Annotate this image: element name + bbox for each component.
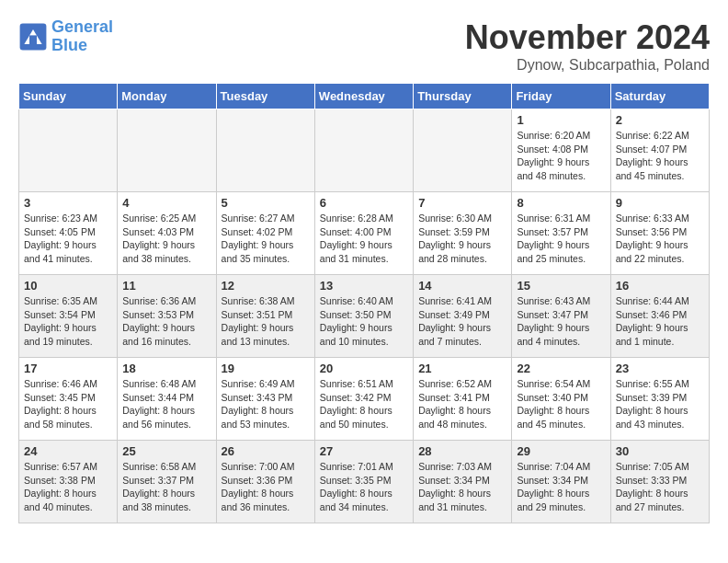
calendar-cell: 5Sunrise: 6:27 AM Sunset: 4:02 PM Daylig… bbox=[216, 192, 314, 275]
calendar-cell: 29Sunrise: 7:04 AM Sunset: 3:34 PM Dayli… bbox=[512, 441, 610, 523]
day-info: Sunrise: 6:43 AM Sunset: 3:47 PM Dayligh… bbox=[517, 294, 605, 349]
day-number: 21 bbox=[418, 362, 506, 375]
week-row-1: 3Sunrise: 6:23 AM Sunset: 4:05 PM Daylig… bbox=[19, 192, 710, 275]
calendar-cell: 16Sunrise: 6:44 AM Sunset: 3:46 PM Dayli… bbox=[610, 275, 709, 358]
day-number: 22 bbox=[517, 362, 605, 375]
day-info: Sunrise: 6:40 AM Sunset: 3:50 PM Dayligh… bbox=[320, 294, 408, 349]
calendar-cell: 12Sunrise: 6:38 AM Sunset: 3:51 PM Dayli… bbox=[216, 275, 314, 358]
day-number: 2 bbox=[616, 113, 704, 127]
day-number: 17 bbox=[24, 362, 112, 375]
day-info: Sunrise: 6:51 AM Sunset: 3:42 PM Dayligh… bbox=[320, 377, 408, 431]
day-number: 24 bbox=[24, 444, 112, 458]
day-number: 12 bbox=[222, 279, 310, 293]
calendar-cell: 22Sunrise: 6:54 AM Sunset: 3:40 PM Dayli… bbox=[512, 358, 610, 441]
day-number: 7 bbox=[418, 196, 506, 210]
day-info: Sunrise: 6:33 AM Sunset: 3:56 PM Dayligh… bbox=[616, 212, 704, 266]
calendar-table: SundayMondayTuesdayWednesdayThursdayFrid… bbox=[18, 83, 710, 523]
calendar-cell: 28Sunrise: 7:03 AM Sunset: 3:34 PM Dayli… bbox=[414, 441, 512, 523]
day-info: Sunrise: 6:36 AM Sunset: 3:53 PM Dayligh… bbox=[122, 294, 210, 349]
week-row-0: 1Sunrise: 6:20 AM Sunset: 4:08 PM Daylig… bbox=[19, 109, 710, 192]
day-number: 3 bbox=[24, 196, 112, 210]
calendar-cell: 8Sunrise: 6:31 AM Sunset: 3:57 PM Daylig… bbox=[512, 192, 610, 275]
day-number: 25 bbox=[122, 444, 210, 458]
location-subtitle: Dynow, Subcarpathia, Poland bbox=[465, 57, 710, 74]
day-info: Sunrise: 6:48 AM Sunset: 3:44 PM Dayligh… bbox=[122, 377, 210, 431]
day-number: 26 bbox=[222, 444, 310, 458]
calendar-cell: 9Sunrise: 6:33 AM Sunset: 3:56 PM Daylig… bbox=[610, 192, 709, 275]
day-info: Sunrise: 6:41 AM Sunset: 3:49 PM Dayligh… bbox=[418, 294, 506, 349]
calendar-cell: 2Sunrise: 6:22 AM Sunset: 4:07 PM Daylig… bbox=[610, 109, 709, 192]
day-number: 13 bbox=[320, 279, 408, 293]
day-info: Sunrise: 6:58 AM Sunset: 3:37 PM Dayligh… bbox=[122, 460, 210, 514]
header-row: SundayMondayTuesdayWednesdayThursdayFrid… bbox=[19, 84, 710, 109]
calendar-cell: 17Sunrise: 6:46 AM Sunset: 3:45 PM Dayli… bbox=[19, 358, 118, 441]
header-cell-friday: Friday bbox=[512, 84, 610, 109]
header-cell-thursday: Thursday bbox=[414, 84, 512, 109]
day-number: 20 bbox=[320, 362, 408, 375]
header-cell-wednesday: Wednesday bbox=[314, 84, 413, 109]
day-number: 11 bbox=[122, 279, 210, 293]
day-info: Sunrise: 6:27 AM Sunset: 4:02 PM Dayligh… bbox=[222, 212, 310, 266]
week-row-3: 17Sunrise: 6:46 AM Sunset: 3:45 PM Dayli… bbox=[19, 358, 710, 441]
day-info: Sunrise: 7:00 AM Sunset: 3:36 PM Dayligh… bbox=[222, 460, 310, 514]
day-info: Sunrise: 6:54 AM Sunset: 3:40 PM Dayligh… bbox=[517, 377, 605, 431]
day-number: 23 bbox=[616, 362, 704, 375]
day-info: Sunrise: 6:30 AM Sunset: 3:59 PM Dayligh… bbox=[418, 212, 506, 266]
day-info: Sunrise: 6:28 AM Sunset: 4:00 PM Dayligh… bbox=[320, 212, 408, 266]
month-title: November 2024 bbox=[465, 18, 710, 57]
day-number: 4 bbox=[122, 196, 210, 210]
calendar-cell: 6Sunrise: 6:28 AM Sunset: 4:00 PM Daylig… bbox=[314, 192, 413, 275]
calendar-cell bbox=[118, 109, 216, 192]
header-cell-sunday: Sunday bbox=[19, 84, 118, 109]
calendar-cell: 25Sunrise: 6:58 AM Sunset: 3:37 PM Dayli… bbox=[118, 441, 216, 523]
page-header: General Blue November 2024 Dynow, Subcar… bbox=[18, 18, 710, 74]
day-info: Sunrise: 6:55 AM Sunset: 3:39 PM Dayligh… bbox=[616, 377, 704, 431]
day-number: 1 bbox=[517, 113, 605, 127]
day-info: Sunrise: 6:38 AM Sunset: 3:51 PM Dayligh… bbox=[222, 294, 310, 349]
calendar-cell: 24Sunrise: 6:57 AM Sunset: 3:38 PM Dayli… bbox=[19, 441, 118, 523]
calendar-cell: 20Sunrise: 6:51 AM Sunset: 3:42 PM Dayli… bbox=[314, 358, 413, 441]
day-info: Sunrise: 7:05 AM Sunset: 3:33 PM Dayligh… bbox=[616, 460, 704, 514]
calendar-cell: 4Sunrise: 6:25 AM Sunset: 4:03 PM Daylig… bbox=[118, 192, 216, 275]
day-info: Sunrise: 6:44 AM Sunset: 3:46 PM Dayligh… bbox=[616, 294, 704, 349]
calendar-cell: 15Sunrise: 6:43 AM Sunset: 3:47 PM Dayli… bbox=[512, 275, 610, 358]
day-number: 27 bbox=[320, 444, 408, 458]
calendar-cell: 10Sunrise: 6:35 AM Sunset: 3:54 PM Dayli… bbox=[19, 275, 118, 358]
day-info: Sunrise: 6:31 AM Sunset: 3:57 PM Dayligh… bbox=[517, 212, 605, 266]
title-section: November 2024 Dynow, Subcarpathia, Polan… bbox=[465, 18, 710, 74]
day-number: 18 bbox=[122, 362, 210, 375]
calendar-cell bbox=[19, 109, 118, 192]
calendar-cell: 14Sunrise: 6:41 AM Sunset: 3:49 PM Dayli… bbox=[414, 275, 512, 358]
day-number: 19 bbox=[222, 362, 310, 375]
day-number: 10 bbox=[24, 279, 112, 293]
logo: General Blue bbox=[18, 18, 113, 55]
day-number: 14 bbox=[418, 279, 506, 293]
calendar-cell: 11Sunrise: 6:36 AM Sunset: 3:53 PM Dayli… bbox=[118, 275, 216, 358]
day-info: Sunrise: 6:57 AM Sunset: 3:38 PM Dayligh… bbox=[24, 460, 112, 514]
calendar-cell: 7Sunrise: 6:30 AM Sunset: 3:59 PM Daylig… bbox=[414, 192, 512, 275]
day-info: Sunrise: 7:04 AM Sunset: 3:34 PM Dayligh… bbox=[517, 460, 605, 514]
calendar-cell bbox=[216, 109, 314, 192]
svg-rect-2 bbox=[29, 35, 37, 44]
day-info: Sunrise: 6:46 AM Sunset: 3:45 PM Dayligh… bbox=[24, 377, 112, 431]
calendar-cell: 1Sunrise: 6:20 AM Sunset: 4:08 PM Daylig… bbox=[512, 109, 610, 192]
day-number: 6 bbox=[320, 196, 408, 210]
day-number: 5 bbox=[222, 196, 310, 210]
week-row-2: 10Sunrise: 6:35 AM Sunset: 3:54 PM Dayli… bbox=[19, 275, 710, 358]
day-info: Sunrise: 7:03 AM Sunset: 3:34 PM Dayligh… bbox=[418, 460, 506, 514]
logo-text: General Blue bbox=[51, 18, 113, 55]
calendar-cell: 13Sunrise: 6:40 AM Sunset: 3:50 PM Dayli… bbox=[314, 275, 413, 358]
day-number: 8 bbox=[517, 196, 605, 210]
day-info: Sunrise: 6:25 AM Sunset: 4:03 PM Dayligh… bbox=[122, 212, 210, 266]
header-cell-saturday: Saturday bbox=[610, 84, 709, 109]
calendar-cell bbox=[414, 109, 512, 192]
day-number: 9 bbox=[616, 196, 704, 210]
logo-icon bbox=[18, 22, 48, 52]
day-info: Sunrise: 6:20 AM Sunset: 4:08 PM Dayligh… bbox=[517, 129, 605, 183]
calendar-cell bbox=[314, 109, 413, 192]
day-info: Sunrise: 6:52 AM Sunset: 3:41 PM Dayligh… bbox=[418, 377, 506, 431]
calendar-cell: 3Sunrise: 6:23 AM Sunset: 4:05 PM Daylig… bbox=[19, 192, 118, 275]
day-info: Sunrise: 6:22 AM Sunset: 4:07 PM Dayligh… bbox=[616, 129, 704, 183]
calendar-cell: 26Sunrise: 7:00 AM Sunset: 3:36 PM Dayli… bbox=[216, 441, 314, 523]
calendar-cell: 23Sunrise: 6:55 AM Sunset: 3:39 PM Dayli… bbox=[610, 358, 709, 441]
